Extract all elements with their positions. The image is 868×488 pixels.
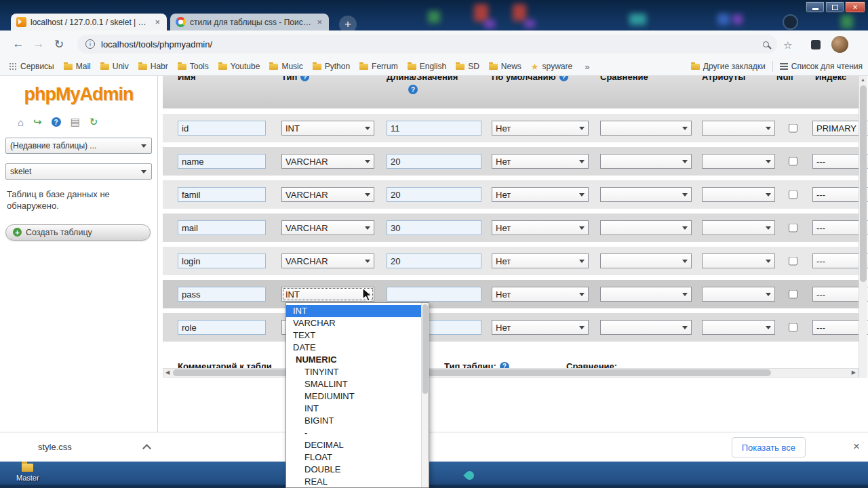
column-attributes-select[interactable] [702, 187, 775, 202]
dropdown-option[interactable]: MEDIUMINT [286, 390, 422, 403]
vertical-scrollbar[interactable]: ▲ [859, 76, 867, 378]
tab-close-icon[interactable]: × [153, 17, 161, 27]
tab-phpmyadmin[interactable]: localhost / 127.0.0.1 / skelet | php × [11, 14, 167, 30]
dropdown-option[interactable]: INT [286, 403, 422, 415]
reading-list[interactable]: Список для чтения [780, 62, 863, 71]
dropdown-scrollbar[interactable] [421, 303, 429, 487]
column-attributes-select[interactable] [702, 253, 775, 268]
bookmark-star-icon[interactable]: ☆ [783, 39, 792, 52]
dropdown-option[interactable]: DECIMAL [286, 439, 422, 451]
site-info-icon[interactable]: i [85, 39, 95, 49]
column-collation-select[interactable] [600, 187, 692, 202]
bookmarks-overflow-chevron[interactable]: » [585, 62, 589, 72]
window-minimize-button[interactable] [806, 1, 825, 13]
column-collation-select[interactable] [600, 320, 692, 335]
scroll-right-icon[interactable]: ▶ [852, 369, 856, 375]
horizontal-scrollbar[interactable]: ◀ ▶ [163, 368, 859, 378]
bookmark-folder-sd[interactable]: SD [456, 62, 479, 71]
window-close-button[interactable]: × [845, 1, 865, 13]
column-name-input[interactable] [178, 187, 266, 202]
column-attributes-select[interactable] [702, 220, 775, 235]
bookmark-folder-habr[interactable]: Habr [138, 62, 168, 71]
scroll-left-icon[interactable]: ◀ [165, 369, 170, 375]
dropdown-option[interactable]: TEXT [286, 329, 422, 342]
logout-icon[interactable]: ↪ [33, 116, 42, 128]
null-checkbox[interactable] [789, 257, 797, 266]
bookmark-folder-youtube[interactable]: Youtube [218, 62, 260, 71]
bookmark-folder-tools[interactable]: Tools [178, 62, 209, 71]
database-select[interactable]: skelet [5, 163, 152, 180]
column-type-select[interactable]: INT [281, 121, 374, 136]
column-type-select[interactable]: VARCHAR [281, 154, 374, 169]
dropdown-option[interactable]: FLOAT [286, 451, 422, 464]
null-checkbox[interactable] [789, 224, 797, 232]
show-all-downloads-button[interactable]: Показать все [732, 437, 806, 458]
null-checkbox[interactable] [789, 323, 797, 332]
help-icon[interactable]: ? [300, 76, 309, 81]
home-icon[interactable]: ⌂ [18, 117, 24, 128]
column-attributes-select[interactable] [702, 154, 775, 169]
recent-tables-select[interactable]: (Недавние таблицы) ... [5, 138, 152, 154]
column-default-select[interactable]: Нет [492, 121, 589, 136]
dropdown-option[interactable]: DOUBLE [286, 464, 422, 476]
bookmark-folder-music[interactable]: Music [269, 62, 302, 71]
dropdown-option[interactable]: REAL [286, 476, 422, 488]
column-attributes-select[interactable] [702, 287, 775, 302]
docs-icon[interactable]: ▤ [71, 116, 80, 128]
null-checkbox[interactable] [789, 124, 797, 133]
column-collation-select[interactable] [600, 154, 692, 169]
column-type-select[interactable]: VARCHAR [281, 187, 374, 202]
dropdown-option[interactable]: SMALLINT [286, 378, 422, 390]
tab-close-icon[interactable]: × [315, 17, 323, 27]
horizontal-scroll-thumb[interactable] [173, 369, 771, 376]
chevron-up-icon[interactable] [142, 444, 151, 453]
null-checkbox[interactable] [789, 190, 797, 199]
address-bar[interactable]: i localhost/tools/phpmyadmin/ [77, 35, 777, 54]
column-name-input[interactable] [178, 253, 266, 268]
zoom-magnifier-icon[interactable] [763, 41, 769, 47]
extension-icon[interactable] [811, 40, 821, 49]
dropdown-option[interactable]: VARCHAR [286, 317, 422, 329]
reload-button[interactable]: ↻ [49, 37, 69, 52]
url-text[interactable]: localhost/tools/phpmyadmin/ [101, 39, 763, 49]
vertical-scroll-thumb[interactable] [860, 85, 867, 282]
column-name-input[interactable] [178, 121, 266, 136]
column-length-input[interactable] [387, 220, 481, 235]
column-name-input[interactable] [178, 320, 266, 335]
bookmark-folder-mail[interactable]: Mail [64, 62, 91, 71]
desktop-icon-master[interactable]: Master [16, 464, 39, 482]
column-type-select[interactable]: VARCHAR [281, 253, 374, 268]
bookmark-folder-news[interactable]: News [489, 62, 521, 71]
column-name-input[interactable] [178, 287, 266, 302]
bookmark-folder-univ[interactable]: Univ [100, 62, 129, 71]
bookmark-services[interactable]: Сервисы [9, 62, 54, 71]
help-icon[interactable]: ? [559, 76, 568, 81]
null-checkbox[interactable] [789, 157, 797, 166]
column-name-input[interactable] [178, 154, 266, 169]
window-maximize-button[interactable] [825, 1, 844, 13]
dropdown-option[interactable]: - [286, 427, 422, 439]
dropdown-option[interactable]: TINYINT [286, 366, 422, 378]
column-collation-select[interactable] [600, 220, 692, 235]
refresh-icon[interactable]: ↻ [90, 116, 98, 128]
help-icon[interactable]: ? [52, 117, 61, 127]
column-default-select[interactable]: Нет [492, 253, 589, 268]
column-default-select[interactable]: Нет [492, 154, 589, 169]
column-length-input[interactable] [387, 154, 481, 169]
bookmark-folder-ferrum[interactable]: Ferrum [359, 62, 398, 71]
column-attributes-select[interactable] [702, 121, 775, 136]
bookmark-spyware[interactable]: ★spyware [531, 62, 572, 72]
column-length-input[interactable] [387, 187, 481, 202]
dropdown-scroll-thumb[interactable] [422, 304, 428, 394]
column-collation-select[interactable] [600, 253, 692, 268]
column-length-input[interactable] [387, 287, 481, 302]
create-table-button[interactable]: + Создать таблицу [5, 224, 151, 241]
null-checkbox[interactable] [789, 290, 797, 299]
column-default-select[interactable]: Нет [492, 187, 589, 202]
column-collation-select[interactable] [600, 287, 692, 302]
column-attributes-select[interactable] [702, 320, 775, 335]
column-collation-select[interactable] [600, 121, 692, 136]
column-default-select[interactable]: Нет [492, 287, 589, 302]
back-button[interactable]: ← [8, 37, 28, 51]
downloads-close-icon[interactable]: × [853, 440, 860, 453]
